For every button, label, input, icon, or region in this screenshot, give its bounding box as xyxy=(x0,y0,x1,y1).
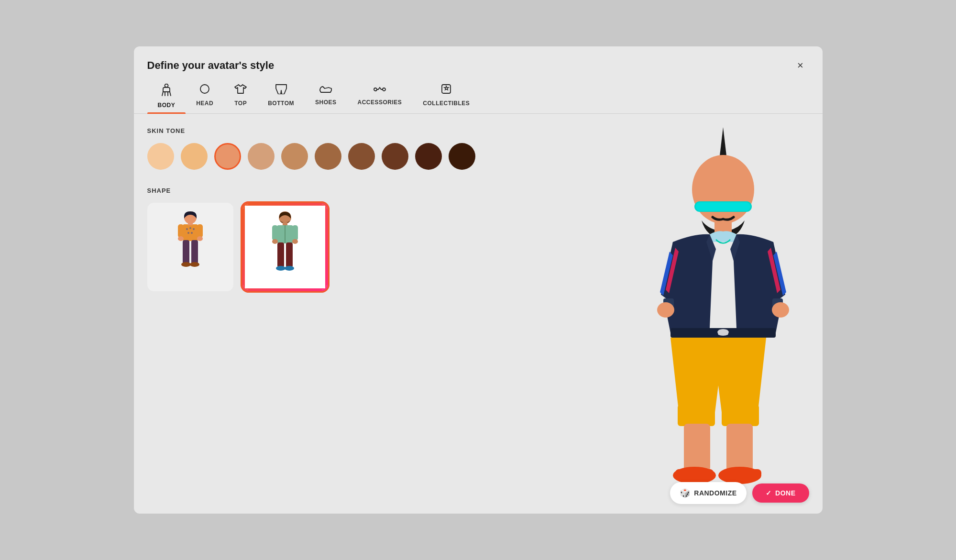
skin-tone-label: SKIN TONE xyxy=(147,127,618,134)
bottom-actions: 🎲 RANDOMIZE ✓ DONE xyxy=(670,482,809,504)
svg-rect-25 xyxy=(272,225,278,241)
randomize-icon: 🎲 xyxy=(680,488,691,498)
randomize-label: RANDOMIZE xyxy=(694,489,736,497)
body-icon xyxy=(161,84,172,99)
svg-rect-13 xyxy=(197,224,203,238)
skin-swatch-6[interactable] xyxy=(315,143,341,170)
tab-accessories-label: ACCESSORIES xyxy=(357,99,402,106)
shape-card-female[interactable] xyxy=(147,203,233,291)
svg-rect-46 xyxy=(726,424,753,472)
top-icon xyxy=(234,84,247,97)
randomize-button[interactable]: 🎲 RANDOMIZE xyxy=(670,482,747,504)
svg-point-27 xyxy=(272,239,278,244)
svg-point-41 xyxy=(772,302,789,318)
skin-tone-swatches xyxy=(147,143,618,170)
tab-top[interactable]: TOP xyxy=(224,79,257,113)
shape-section: SHAPE xyxy=(147,187,618,291)
svg-point-39 xyxy=(657,302,674,318)
svg-rect-18 xyxy=(191,240,198,264)
svg-rect-43 xyxy=(678,405,715,426)
skin-swatch-8[interactable] xyxy=(382,143,408,170)
svg-rect-48 xyxy=(675,469,714,478)
svg-point-11 xyxy=(191,232,193,234)
avatar-style-modal: Define your avatar's style × BODY xyxy=(134,46,823,514)
skin-tone-section: SKIN TONE xyxy=(147,127,618,170)
modal-title: Define your avatar's style xyxy=(147,59,275,72)
tab-top-label: TOP xyxy=(234,100,247,107)
svg-rect-16 xyxy=(188,222,193,225)
svg-point-34 xyxy=(692,155,754,224)
svg-rect-12 xyxy=(178,224,184,238)
svg-rect-17 xyxy=(183,240,189,264)
done-label: DONE xyxy=(775,489,795,497)
tab-body-label: BODY xyxy=(158,102,176,109)
main-avatar-preview xyxy=(632,127,804,500)
tab-shoes-label: SHOES xyxy=(315,99,337,106)
skin-swatch-9[interactable] xyxy=(415,143,442,170)
shape-card-male[interactable] xyxy=(242,203,328,291)
svg-point-1 xyxy=(200,85,209,93)
head-icon xyxy=(199,84,210,97)
collectibles-icon xyxy=(441,84,451,97)
avatar-preview xyxy=(627,127,809,500)
svg-rect-26 xyxy=(292,225,298,241)
right-panel xyxy=(627,127,809,500)
svg-point-21 xyxy=(279,211,291,224)
svg-point-3 xyxy=(383,88,385,91)
tab-head-label: HEAD xyxy=(196,100,213,107)
shapes-grid xyxy=(147,203,618,291)
nav-tabs: BODY HEAD TOP xyxy=(134,79,823,114)
svg-rect-44 xyxy=(722,405,759,426)
shape-card-male-inner xyxy=(243,204,327,290)
tab-bottom-label: BOTTOM xyxy=(268,100,294,107)
svg-rect-50 xyxy=(723,469,761,478)
done-checkmark-icon: ✓ xyxy=(766,489,772,497)
done-button[interactable]: ✓ DONE xyxy=(752,483,809,503)
svg-rect-45 xyxy=(684,424,710,472)
svg-point-8 xyxy=(189,227,191,229)
svg-point-0 xyxy=(165,84,168,88)
skin-swatch-2[interactable] xyxy=(181,143,208,170)
svg-point-19 xyxy=(181,262,191,267)
accessories-icon xyxy=(373,84,386,96)
svg-point-20 xyxy=(190,262,199,267)
skin-swatch-4[interactable] xyxy=(248,143,275,170)
svg-point-32 xyxy=(285,266,294,271)
bottom-icon xyxy=(275,84,287,97)
tab-head[interactable]: HEAD xyxy=(186,79,224,113)
shape-card-female-inner xyxy=(149,204,232,290)
left-panel: SKIN TONE SHAPE xyxy=(147,127,618,500)
tab-collectibles-label: COLLECTIBLES xyxy=(423,100,470,107)
female-avatar-svg xyxy=(171,209,209,285)
svg-point-9 xyxy=(193,228,195,230)
male-avatar-svg xyxy=(266,209,304,285)
skin-swatch-3[interactable] xyxy=(214,143,241,170)
svg-point-7 xyxy=(186,228,188,230)
close-button[interactable]: × xyxy=(792,57,809,74)
tab-accessories[interactable]: ACCESSORIES xyxy=(347,79,412,113)
content-area: SKIN TONE SHAPE xyxy=(134,114,823,514)
tab-body[interactable]: BODY xyxy=(147,79,186,113)
svg-point-14 xyxy=(178,236,184,241)
shape-label: SHAPE xyxy=(147,187,618,194)
modal-header: Define your avatar's style × xyxy=(134,46,823,74)
skin-swatch-5[interactable] xyxy=(281,143,308,170)
svg-point-10 xyxy=(187,232,189,234)
svg-point-15 xyxy=(197,236,203,241)
skin-swatch-10[interactable] xyxy=(449,143,475,170)
skin-swatch-7[interactable] xyxy=(348,143,375,170)
svg-rect-22 xyxy=(283,222,287,225)
tab-shoes[interactable]: SHOES xyxy=(305,79,347,113)
svg-rect-29 xyxy=(277,242,284,267)
svg-rect-23 xyxy=(277,225,293,243)
shoes-icon xyxy=(319,84,332,96)
svg-rect-30 xyxy=(286,242,293,267)
svg-point-31 xyxy=(276,266,286,271)
svg-point-28 xyxy=(292,239,298,244)
tab-bottom[interactable]: BOTTOM xyxy=(257,79,305,113)
skin-swatch-1[interactable] xyxy=(147,143,174,170)
svg-rect-36 xyxy=(696,202,750,211)
svg-point-2 xyxy=(374,88,377,91)
svg-rect-6 xyxy=(183,224,198,241)
tab-collectibles[interactable]: COLLECTIBLES xyxy=(412,79,480,113)
